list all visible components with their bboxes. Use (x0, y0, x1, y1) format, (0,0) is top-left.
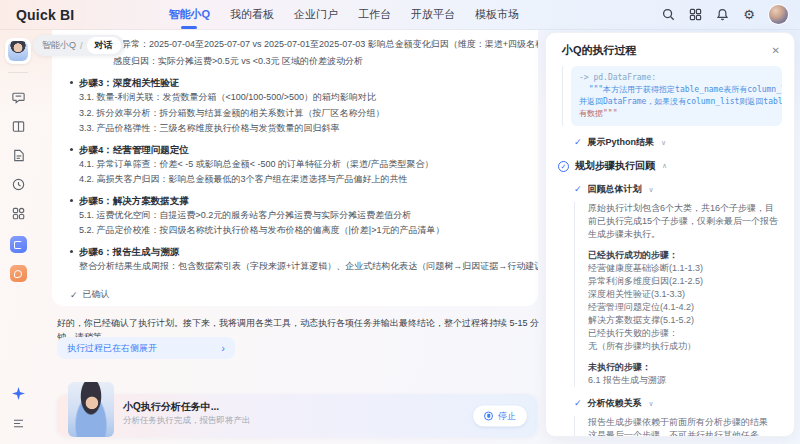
task-banner-text: 小Q执行分析任务中... 分析任务执行完成，报告即将产出 (123, 400, 251, 427)
success-step: 深度相关性验证(3.1-3.3) (588, 288, 782, 301)
success-step: 解决方案数据支撑(5.1-5.2) (588, 314, 782, 327)
sidebar-divider (8, 72, 28, 73)
xiaoq-avatar-image (68, 382, 114, 437)
search-icon[interactable] (661, 8, 675, 22)
left-toolbar (0, 30, 36, 444)
history-icon[interactable] (7, 173, 29, 195)
chevron-down-icon: ∨ (649, 186, 654, 194)
task-title: 小Q执行分析任务中... (123, 400, 251, 414)
failed-steps-value: 无（所有步骤均执行成功） (588, 340, 782, 353)
execution-panel-body: -> pd.DataFrame: """本方法用于获得指定table_name表… (546, 62, 794, 437)
app-shortcut-orange-icon[interactable] (10, 265, 27, 282)
quick-bi-app: Quick BI 智能小Q 我的看板 企业门户 工作台 开放平台 模板市场 ⚙ (0, 0, 800, 444)
active-underline (181, 26, 197, 29)
success-step: 经营管理问题定位(4.1-4.2) (588, 301, 782, 314)
confirmed-status: ✓ 已确认 (70, 288, 522, 301)
success-steps-title: 已经执行成功的步骤： (588, 249, 782, 262)
execution-panel-header: 小Q的执行过程 ✕ (546, 33, 794, 62)
nav-item-enterprise-portal[interactable]: 企业门户 (294, 7, 338, 22)
gear-icon[interactable]: ⚙ (742, 8, 756, 22)
section-plan-review[interactable]: ✓ 规划步骤执行回顾 ∧ (558, 159, 782, 173)
plan-line: 心异常：2025-07-04至2025-07-07 vs 2025-07-01至… (70, 36, 522, 53)
check-icon: ✓ (574, 399, 582, 408)
plan-step-4: 步骤4：经营管理问题定位 4.1. 异常订单筛查：价差< -5 或影响总金额< … (70, 142, 522, 188)
execution-panel: 小Q的执行过程 ✕ -> pd.DataFrame: """本方法用于获得指定t… (545, 32, 795, 437)
success-step: 经营健康度基础诊断(1.1-1.3) (588, 262, 782, 275)
nav-item-open-platform[interactable]: 开放平台 (411, 7, 455, 22)
process-panel-link[interactable]: 执行过程已在右侧展开 › (57, 337, 235, 359)
chevron-down-icon: ∨ (649, 400, 654, 408)
nav-item-workspace[interactable]: 工作台 (358, 7, 391, 22)
code-block-wrap: -> pd.DataFrame: """本方法用于获得指定table_name表… (562, 66, 782, 126)
bullet-dot (70, 250, 73, 253)
breadcrumb-separator: / (80, 41, 83, 51)
breadcrumb-app: 智能小Q (42, 39, 76, 52)
panel-title: 小Q的执行过程 (562, 43, 637, 58)
task-status-banner: 小Q执行分析任务中... 分析任务执行完成，报告即将产出 停止 (57, 394, 537, 437)
bullet-dot (70, 148, 73, 151)
python-code-block: -> pd.DataFrame: """本方法用于获得指定table_name表… (571, 66, 782, 126)
subsection-dependency[interactable]: ✓ 分析依赖关系 ∨ (574, 397, 782, 410)
bell-icon[interactable] (715, 8, 729, 22)
nav-item-my-dashboards[interactable]: 我的看板 (230, 7, 274, 22)
circle-check-icon: ✓ (558, 161, 569, 172)
dependency-line: 这是最后一个步骤，不可并行执行其他任务 (588, 429, 782, 437)
dependency-content: 报告生成步骤依赖于前面所有分析步骤的结果 这是最后一个步骤，不可并行执行其他任务… (574, 416, 782, 437)
nav-item-template-market[interactable]: 模板市场 (475, 7, 519, 22)
check-icon: ✓ (574, 185, 582, 194)
sidebar-bottom (12, 386, 25, 434)
nav-icon-group: ⚙ (661, 5, 788, 24)
plan-step-6: 步骤6：报告生成与溯源 整合分析结果生成周报：包含数据索引表（字段来源+计算逻辑… (70, 244, 522, 275)
main-nav: 智能小Q 我的看板 企业门户 工作台 开放平台 模板市场 (168, 7, 519, 22)
check-icon: ✓ (70, 290, 78, 300)
chevron-down-icon: ∨ (661, 139, 666, 147)
apps-icon[interactable] (7, 202, 29, 224)
chevron-up-icon: ∧ (662, 162, 667, 170)
dependency-line: 报告生成步骤依赖于前面所有分析步骤的结果 (588, 416, 782, 429)
plan-step-3: 步骤3：深度相关性验证 3.1. 数量-利润关联：发货数量分箱（<100/100… (70, 75, 522, 137)
success-step: 异常利润多维度归因(2.1-2.5) (588, 275, 782, 288)
overall-plan-content: 原始执行计划包含6个大类，共16个子步骤，目前已执行完成15个子步骤，仅剩余最后… (574, 202, 782, 387)
breadcrumb-page: 对话 (87, 37, 121, 54)
user-avatar[interactable] (769, 5, 788, 24)
plan-step-5: 步骤5：解决方案数据支撑 5.1. 运费优化空间：自提运费>0.2元的服务站客户… (70, 193, 522, 239)
plan-summary: 原始执行计划包含6个大类，共16个子步骤，目前已执行完成15个子步骤，仅剩余最后… (588, 202, 782, 241)
subsection-overall-plan[interactable]: ✓ 回顾总体计划 ∨ (574, 183, 782, 196)
stop-button-label: 停止 (498, 409, 516, 422)
apps-grid-icon[interactable] (688, 8, 702, 22)
bullet-dot (70, 81, 73, 84)
plan-line: 感度归因：实际分摊运费>0.5元 vs <0.3元 区域的价差波动分析 (70, 53, 522, 70)
document-icon[interactable] (7, 144, 29, 166)
app-shortcut-blue-icon[interactable] (10, 236, 27, 253)
confirmed-label: 已确认 (83, 288, 110, 301)
section-show-python-result[interactable]: ✓ 展示Python结果 ∨ (574, 136, 782, 149)
menu-icon[interactable] (12, 416, 25, 434)
failed-steps-title: 已经执行失败的步骤： (588, 327, 782, 340)
app-logo[interactable]: Quick BI (16, 7, 74, 23)
stop-icon (484, 411, 493, 420)
plan-message-card: 心异常：2025-07-04至2025-07-07 vs 2025-07-01至… (52, 30, 538, 306)
process-panel-link-label: 执行过程已在右侧展开 (67, 342, 157, 355)
assistant-avatar-image (8, 41, 28, 61)
sparkle-icon[interactable] (12, 386, 25, 404)
task-subtitle: 分析任务执行完成，报告即将产出 (123, 414, 251, 427)
chevron-right-icon: › (221, 343, 225, 354)
report-icon[interactable] (7, 115, 29, 137)
pending-steps-title: 未执行的步骤： (588, 361, 782, 374)
bullet-dot (70, 199, 73, 202)
chat-icon[interactable] (7, 86, 29, 108)
stop-button[interactable]: 停止 (473, 405, 527, 426)
close-icon[interactable]: ✕ (772, 45, 780, 56)
nav-item-smart-q[interactable]: 智能小Q (168, 7, 210, 22)
breadcrumb: 智能小Q / 对话 (33, 35, 124, 56)
top-nav: Quick BI 智能小Q 我的看板 企业门户 工作台 开放平台 模板市场 ⚙ (0, 0, 800, 30)
pending-step: 6.1 报告生成与溯源 (588, 374, 782, 387)
assistant-avatar[interactable] (5, 38, 31, 64)
check-icon: ✓ (574, 138, 582, 147)
